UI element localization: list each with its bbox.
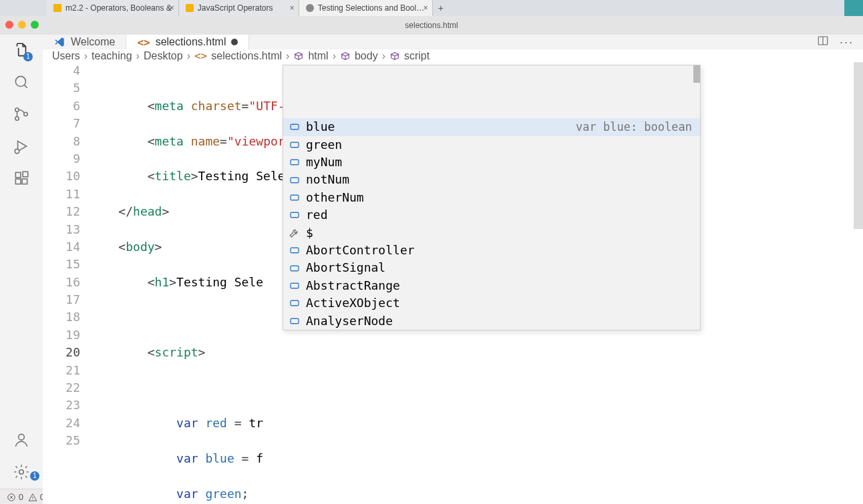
new-tab-button[interactable]: + (433, 3, 449, 13)
close-icon[interactable]: × (423, 3, 428, 13)
settings-gear-icon[interactable]: 1 (11, 462, 31, 482)
suggest-item[interactable]: notNum (283, 171, 700, 188)
svg-point-2 (15, 117, 19, 120)
suggest-item[interactable]: AbstractRange (283, 277, 700, 294)
line-number: 7 (43, 115, 80, 132)
svg-rect-20 (291, 283, 299, 288)
line-number: 18 (43, 308, 80, 326)
suggest-label: red (306, 206, 328, 224)
autocomplete-popup[interactable]: bluevar blue: booleangreenmyNumnotNumoth… (283, 65, 701, 330)
browser-tab[interactable]: m2.2 - Operators, Booleans & × (47, 0, 179, 16)
dirty-indicator-icon (231, 39, 238, 45)
breadcrumb-item[interactable]: Desktop (144, 50, 183, 62)
line-number: 23 (43, 397, 80, 414)
browser-tab[interactable]: JavaScript Operators × (179, 0, 299, 16)
favicon-icon (53, 4, 61, 12)
svg-point-10 (19, 470, 24, 475)
suggest-label: blue (306, 118, 335, 136)
line-number: 5 (43, 79, 80, 97)
close-icon[interactable]: × (290, 3, 295, 13)
line-number: 11 (43, 186, 80, 203)
html-file-icon: <> (137, 36, 150, 49)
suggest-item[interactable]: ActiveXObject (283, 294, 700, 312)
browser-tab[interactable]: Testing Selections and Boole... × (299, 0, 433, 16)
svg-rect-15 (291, 178, 299, 183)
search-icon[interactable] (11, 72, 31, 92)
svg-rect-22 (291, 318, 299, 324)
tab-selections-html[interactable]: <> selections.html (126, 35, 249, 49)
line-number: 25 (43, 432, 80, 449)
breadcrumb[interactable]: Users› teaching› Desktop› <> selections.… (43, 49, 863, 62)
line-number: 19 (43, 326, 80, 344)
line-number: 17 (43, 291, 80, 308)
close-icon[interactable]: × (170, 3, 174, 13)
breadcrumb-item[interactable]: html (308, 50, 328, 62)
more-actions-icon[interactable]: ··· (840, 35, 854, 49)
browser-tab-title: Testing Selections and Boole... (318, 3, 425, 13)
editor-actions: ··· (808, 35, 863, 49)
variable-icon (289, 139, 301, 151)
svg-rect-21 (291, 301, 299, 306)
line-number: 13 (43, 221, 80, 238)
suggest-label: AbortController (306, 242, 415, 259)
breadcrumb-item[interactable]: selections.html (211, 50, 282, 62)
suggest-item[interactable]: otherNum (283, 189, 700, 206)
vscode-window: selections.html 1 (0, 16, 863, 504)
suggest-scrollbar[interactable] (693, 65, 700, 83)
line-gutter: 45678910111213141516171819202122232425 (43, 62, 90, 504)
breadcrumb-item[interactable]: body (355, 50, 378, 62)
tab-label: Welcome (71, 36, 115, 48)
explorer-icon[interactable]: 1 (11, 40, 31, 60)
suggest-label: $ (306, 224, 313, 242)
suggest-item[interactable]: bluevar blue: boolean (283, 118, 700, 136)
suggest-item[interactable]: AnalyserNode (283, 312, 700, 330)
suggest-item[interactable]: red (283, 206, 700, 224)
line-number: 8 (43, 133, 80, 150)
window-controls (5, 21, 39, 29)
variable-icon (289, 297, 301, 309)
suggest-label: green (306, 136, 342, 154)
activity-bar: 1 1 (0, 35, 43, 489)
vscode-icon (53, 36, 65, 48)
suggest-item[interactable]: green (283, 136, 700, 154)
suggest-item[interactable]: myNum (283, 154, 700, 171)
variable-icon (289, 315, 301, 327)
breadcrumb-item[interactable]: Users (52, 50, 80, 62)
split-editor-icon[interactable] (817, 35, 829, 49)
svg-rect-7 (22, 179, 27, 184)
svg-rect-18 (291, 248, 299, 253)
maximize-window-button[interactable] (31, 21, 39, 29)
minimize-window-button[interactable] (18, 21, 26, 29)
line-number: 21 (43, 362, 80, 379)
run-debug-icon[interactable] (11, 136, 31, 156)
editor-tab-bar: Welcome <> selections.html ··· (43, 35, 863, 49)
suggest-label: otherNum (306, 189, 364, 206)
suggest-item[interactable]: $ (283, 224, 700, 242)
suggest-item[interactable]: AbortSignal (283, 259, 700, 276)
variable-icon (289, 156, 301, 168)
svg-rect-8 (23, 172, 28, 177)
svg-rect-14 (291, 160, 299, 165)
variable-icon (289, 121, 301, 133)
problems-button[interactable]: 0 0 (7, 492, 45, 503)
settings-badge: 1 (30, 471, 39, 481)
symbol-icon (340, 51, 351, 61)
breadcrumb-item[interactable]: script (404, 50, 429, 62)
line-number: 20 (43, 344, 80, 361)
svg-rect-12 (291, 125, 299, 130)
code-editor[interactable]: 45678910111213141516171819202122232425 <… (43, 62, 863, 504)
source-control-icon[interactable] (11, 104, 31, 124)
code-content[interactable]: <meta charset="UTF-8"> <meta name="viewp… (90, 62, 863, 504)
extensions-icon[interactable] (11, 168, 31, 188)
suggest-item[interactable]: AbortController (283, 242, 700, 259)
line-number: 16 (43, 274, 80, 291)
svg-rect-19 (291, 266, 299, 271)
breadcrumb-item[interactable]: teaching (92, 50, 132, 62)
browser-tab-title: m2.2 - Operators, Booleans & (65, 3, 172, 13)
line-number: 12 (43, 203, 80, 220)
accounts-icon[interactable] (11, 430, 31, 450)
line-number: 15 (43, 256, 80, 273)
tab-welcome[interactable]: Welcome (43, 35, 126, 49)
close-window-button[interactable] (5, 21, 13, 29)
browser-tab-title: JavaScript Operators (198, 3, 292, 13)
